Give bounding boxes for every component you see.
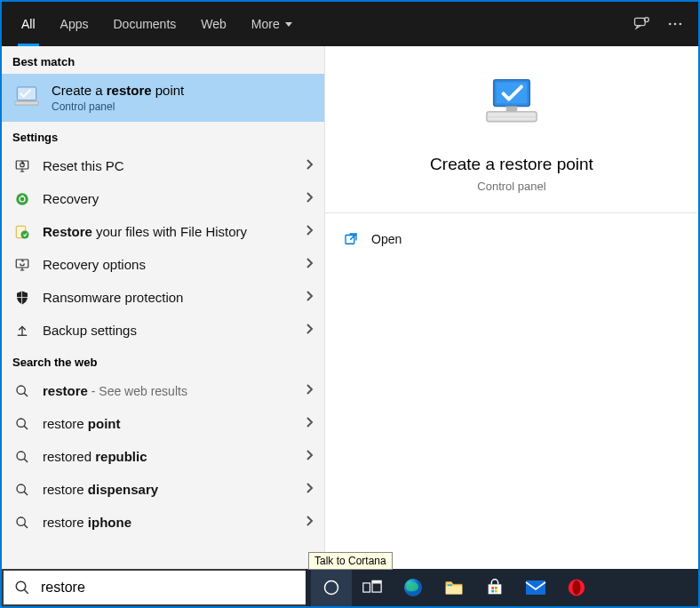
web-item-label: restored republic [43,449,292,464]
edge-button[interactable] [393,569,434,606]
chevron-right-icon [305,383,314,399]
tab-apps[interactable]: Apps [48,2,101,46]
search-icon [14,515,30,531]
search-icon [14,580,30,596]
svg-rect-33 [448,584,452,586]
settings-item-backup[interactable]: Backup settings [2,314,324,347]
restore-point-large-icon [477,73,546,142]
store-button[interactable] [474,569,515,606]
backup-icon [14,323,30,339]
svg-rect-30 [372,580,381,582]
settings-item-file-history[interactable]: Restore your files with File History [2,215,324,248]
svg-point-26 [16,581,26,591]
tab-documents[interactable]: Documents [100,2,188,46]
chevron-right-icon [305,515,314,531]
tab-label: Documents [113,17,176,31]
search-icon [14,482,30,498]
settings-item-label: Backup settings [43,323,292,338]
settings-item-recovery-options[interactable]: Recovery options [2,248,324,281]
web-item[interactable]: restore iphone [2,506,324,539]
svg-point-15 [17,386,25,394]
web-item-label: restore iphone [43,515,292,530]
settings-item-label: Ransomware protection [43,290,292,305]
taskbar-area [2,569,698,606]
file-explorer-button[interactable] [434,569,474,606]
search-tabs: All Apps Documents Web More [2,2,698,46]
svg-rect-36 [491,590,494,593]
recovery-options-icon [14,257,30,273]
task-view-button[interactable] [352,569,393,606]
tab-label: Web [201,17,227,31]
taskbar [306,569,698,606]
cortana-tooltip: Talk to Cortana [308,552,393,570]
web-item[interactable]: restore - See web results [2,374,324,407]
chevron-right-icon [305,323,314,339]
svg-point-2 [669,23,672,26]
svg-point-18 [17,484,25,492]
svg-rect-0 [635,18,646,25]
chevron-right-icon [305,224,314,240]
svg-rect-24 [487,116,537,117]
search-input[interactable] [41,580,295,596]
web-item[interactable]: restored republic [2,440,324,473]
search-icon [14,416,30,432]
svg-point-27 [325,581,338,595]
chevron-right-icon [305,191,314,207]
svg-rect-32 [446,586,462,594]
restore-point-icon [12,84,41,112]
svg-point-40 [572,580,580,596]
svg-rect-34 [491,587,494,589]
settings-item-label: Recovery options [43,257,292,272]
file-history-icon [14,224,30,240]
preview-panel: Create a restore point Control panel Ope… [325,46,698,569]
chevron-right-icon [305,158,314,174]
svg-point-4 [680,23,682,26]
svg-rect-29 [372,583,381,592]
tab-web[interactable]: Web [188,2,239,46]
svg-rect-37 [495,590,497,593]
tab-label: All [21,17,36,31]
chevron-right-icon [305,257,314,273]
settings-item-recovery[interactable]: Recovery [2,182,324,215]
section-settings: Settings [2,122,324,149]
settings-item-label: Recovery [43,191,292,206]
search-box[interactable] [2,569,306,606]
options-icon[interactable] [666,15,684,33]
action-label: Open [371,232,402,246]
tab-label: More [251,17,280,31]
shield-icon [14,290,30,306]
best-match-item[interactable]: Create a restore point Control panel [2,74,324,122]
svg-point-16 [17,419,25,427]
preview-title: Create a restore point [430,155,593,174]
tab-label: Apps [60,17,89,31]
web-item[interactable]: restore dispensary [2,473,324,506]
open-icon [343,231,359,247]
action-open[interactable]: Open [325,220,698,258]
settings-item-reset-pc[interactable]: Reset this PC [2,149,324,182]
mail-button[interactable] [515,569,556,606]
svg-rect-6 [15,101,39,105]
search-icon [14,449,30,465]
svg-rect-7 [22,100,32,101]
tab-more[interactable]: More [239,2,305,46]
svg-point-19 [17,517,25,525]
web-item-label: restore dispensary [43,482,292,497]
preview-subtitle: Control panel [477,180,545,193]
settings-item-label: Restore your files with File History [43,224,292,239]
chevron-right-icon [305,416,314,432]
opera-button[interactable] [556,569,597,606]
best-match-subtitle: Control panel [52,100,184,113]
chevron-right-icon [305,449,314,465]
best-match-title: Create a restore point [52,83,184,99]
svg-rect-22 [506,106,517,111]
settings-item-ransomware[interactable]: Ransomware protection [2,281,324,314]
cortana-button[interactable] [311,569,352,606]
web-item-label: restore - See web results [43,383,292,398]
tab-all[interactable]: All [9,2,48,46]
feedback-icon[interactable] [632,15,650,33]
svg-point-11 [21,230,29,238]
svg-point-9 [16,193,28,205]
web-item[interactable]: restore point [2,407,324,440]
svg-rect-14 [17,297,28,298]
section-best-match: Best match [2,46,324,74]
